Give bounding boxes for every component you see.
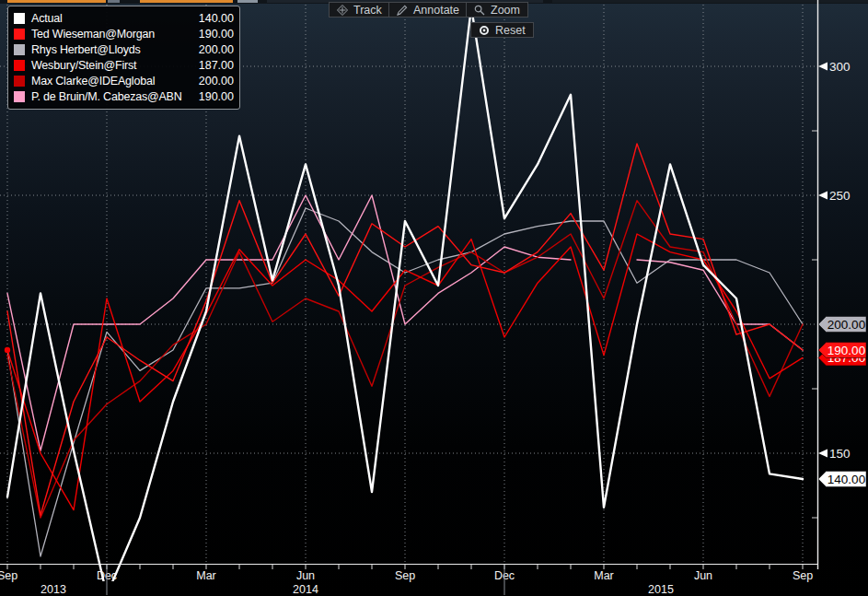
- y-tick-arrow-icon: [818, 63, 827, 71]
- chart-window: 300250150SepDecMarJunSepDecMarJunSep2013…: [0, 0, 868, 596]
- pencil-icon: [397, 5, 408, 16]
- x-tick-label: Sep: [793, 569, 813, 582]
- x-year-label-2013: 2013: [41, 583, 66, 596]
- zoom-button-label: Zoom: [491, 4, 520, 17]
- annotate-button-label: Annotate: [413, 4, 459, 17]
- legend-row-actual[interactable]: Actual 140.00: [14, 10, 234, 26]
- legend-series-name: Wesbury/Stein@First: [31, 59, 193, 72]
- x-year-label-2015: 2015: [648, 583, 674, 596]
- x-tick-label: Mar: [196, 569, 216, 582]
- track-icon: [337, 5, 348, 16]
- legend-swatch: [14, 60, 25, 71]
- reset-button[interactable]: Reset: [470, 22, 534, 38]
- track-button-label: Track: [353, 4, 382, 17]
- y-tick-label-150: 150: [829, 447, 851, 461]
- legend-row-first[interactable]: Wesbury/Stein@First 187.00: [14, 57, 234, 73]
- x-tick-label: Sep: [0, 569, 17, 582]
- y-axis-badges: 187.00200.00190.00140.00: [818, 317, 866, 487]
- legend: Actual 140.00 Ted Wieseman@Morgan 190.00…: [7, 6, 240, 110]
- legend-series-name: Ted Wieseman@Morgan: [31, 28, 193, 41]
- reset-icon: [479, 25, 490, 36]
- y-axis-badge-190: 190.00: [818, 343, 866, 358]
- x-tick-label: Mar: [594, 569, 614, 582]
- legend-row-idea[interactable]: Max Clarke@IDEAglobal 200.00: [14, 73, 234, 88]
- reset-button-label: Reset: [495, 24, 526, 37]
- y-axis-badge-200: 200.00: [818, 317, 866, 333]
- legend-swatch: [14, 44, 25, 55]
- legend-series-value: 200.00: [193, 43, 234, 56]
- legend-swatch: [14, 76, 25, 87]
- legend-row-morgan[interactable]: Ted Wieseman@Morgan 190.00: [14, 26, 234, 41]
- legend-series-value: 190.00: [193, 28, 234, 41]
- legend-swatch: [14, 91, 25, 102]
- y-tick-arrow-icon: [818, 192, 827, 200]
- zoom-button[interactable]: Zoom: [466, 2, 528, 18]
- x-tick-label: Jun: [296, 569, 315, 582]
- x-year-label-2014: 2014: [293, 583, 318, 596]
- legend-series-value: 140.00: [193, 12, 234, 25]
- badge-label: 190.00: [827, 344, 865, 357]
- y-tick-label-300: 300: [829, 60, 851, 74]
- magnifier-icon: [474, 5, 485, 16]
- y-tick-arrow-icon: [818, 450, 827, 458]
- legend-series-name: Rhys Herbert@Lloyds: [31, 43, 193, 56]
- legend-series-name: Actual: [31, 12, 193, 25]
- legend-row-abn[interactable]: P. de Bruin/M. Cabezas@ABN 190.00: [14, 88, 234, 104]
- legend-series-name: Max Clarke@IDEAglobal: [31, 75, 193, 88]
- x-tick-label: Jun: [694, 569, 712, 582]
- legend-swatch: [14, 13, 25, 24]
- annotate-button[interactable]: Annotate: [388, 2, 468, 18]
- legend-swatch: [14, 29, 25, 40]
- y-tick-label-250: 250: [829, 189, 851, 203]
- badge-label: 200.00: [827, 318, 865, 332]
- legend-series-value: 187.00: [193, 59, 234, 72]
- badge-label: 140.00: [827, 473, 865, 486]
- legend-series-value: 200.00: [193, 75, 234, 88]
- track-button[interactable]: Track: [329, 2, 390, 18]
- x-tick-label: Sep: [395, 569, 415, 582]
- legend-series-name: P. de Bruin/M. Cabezas@ABN: [31, 90, 193, 103]
- y-axis-badge-140: 140.00: [818, 472, 866, 487]
- legend-row-lloyds[interactable]: Rhys Herbert@Lloyds 200.00: [14, 41, 234, 57]
- legend-series-value: 190.00: [193, 90, 234, 103]
